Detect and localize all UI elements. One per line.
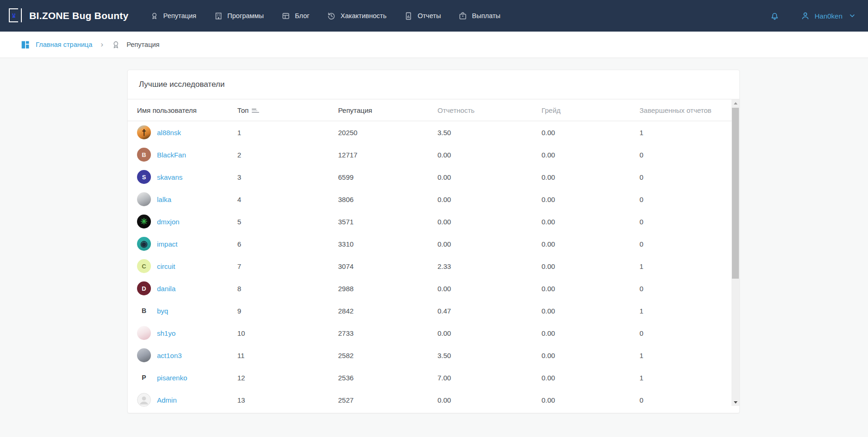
completed-cell: 0 xyxy=(640,240,731,248)
username-link: act1on3 xyxy=(157,352,182,359)
avatar: ◉ xyxy=(137,237,151,251)
reporting-cell: 3.50 xyxy=(437,352,542,359)
nav-item-report[interactable]: Отчеты xyxy=(404,12,441,20)
user-link[interactable]: P pisarenko xyxy=(137,371,237,385)
user-link[interactable]: D danila xyxy=(137,281,237,295)
reputation-cell: 3310 xyxy=(338,240,437,248)
table-row: ◉ impact 6 3310 0.00 0.00 0 xyxy=(128,233,731,255)
table-row: P pisarenko 12 2536 7.00 0.00 1 xyxy=(128,366,731,389)
grade-cell: 0.00 xyxy=(542,396,640,404)
nav-item-label: Выплаты xyxy=(472,12,500,20)
nav-item-history[interactable]: Хакактивность xyxy=(327,12,386,20)
reporting-cell: 0.00 xyxy=(437,396,542,404)
top-cell: 8 xyxy=(237,285,338,293)
bell-icon[interactable] xyxy=(770,11,780,21)
reporting-cell: 7.00 xyxy=(437,374,542,382)
completed-cell: 1 xyxy=(640,262,731,270)
avatar: D xyxy=(137,281,151,295)
completed-cell: 0 xyxy=(640,285,731,293)
logo[interactable]: BI.ZONE Bug Bounty xyxy=(9,7,129,24)
completed-cell: 0 xyxy=(640,396,731,404)
user-link[interactable]: sh1yo xyxy=(137,326,237,340)
avatar-glyph: ✳ xyxy=(140,217,147,226)
reputation-cell: 3074 xyxy=(338,262,437,270)
column-header-label: Топ xyxy=(237,106,248,114)
grade-cell: 0.00 xyxy=(542,151,640,159)
vertical-scrollbar[interactable] xyxy=(731,99,739,406)
reporting-cell: 0.00 xyxy=(437,151,542,159)
top-researchers-card: Лучшие исследователи Имя пользователяТоп… xyxy=(127,70,740,413)
completed-cell: 0 xyxy=(640,218,731,226)
completed-cell: 0 xyxy=(640,173,731,181)
user-link[interactable]: S skavans xyxy=(137,170,237,184)
username-link: pisarenko xyxy=(157,374,187,382)
top-cell: 1 xyxy=(237,129,338,137)
user-link[interactable]: lalka xyxy=(137,192,237,206)
breadcrumb-current-label: Репутация xyxy=(126,41,159,48)
grade-cell: 0.00 xyxy=(542,218,640,226)
table-row: B BlackFan 2 12717 0.00 0.00 0 xyxy=(128,143,731,166)
user-link[interactable]: ✳ dmxjon xyxy=(137,215,237,228)
nav-item-label: Репутация xyxy=(163,12,196,20)
completed-cell: 0 xyxy=(640,151,731,159)
user-link[interactable]: B BlackFan xyxy=(137,148,237,162)
reputation-cell: 2536 xyxy=(338,374,437,382)
user-menu[interactable]: Han0ken xyxy=(800,11,856,21)
grade-cell: 0.00 xyxy=(542,173,640,181)
nav-item-wallet[interactable]: Выплаты xyxy=(458,12,500,20)
default-avatar-icon xyxy=(137,393,151,407)
reporting-cell: 0.00 xyxy=(437,218,542,226)
username-link: al88nsk xyxy=(157,129,181,137)
blog-icon xyxy=(281,12,290,20)
medal-icon xyxy=(111,40,121,50)
username-label: Han0ken xyxy=(815,12,842,20)
user-link[interactable]: B byq xyxy=(137,304,237,318)
username-link: BlackFan xyxy=(157,151,186,159)
table-row: lalka 4 3806 0.00 0.00 0 xyxy=(128,188,731,210)
user-link[interactable]: ◉ impact xyxy=(137,237,237,251)
user-link[interactable]: † al88nsk xyxy=(137,125,237,139)
building-icon xyxy=(214,12,223,20)
scroll-up-button[interactable] xyxy=(731,99,739,107)
column-header[interactable]: Топ xyxy=(237,106,338,114)
top-cell: 7 xyxy=(237,262,338,270)
table-row: D danila 8 2988 0.00 0.00 0 xyxy=(128,277,731,300)
dashboard-icon xyxy=(20,40,30,50)
breadcrumb-home-label: Главная страница xyxy=(36,41,92,48)
username-link: impact xyxy=(157,240,177,248)
scrollbar-thumb[interactable] xyxy=(732,108,739,279)
triangle-up-icon xyxy=(734,102,737,104)
username-link: byq xyxy=(157,307,168,315)
top-cell: 13 xyxy=(237,396,338,404)
breadcrumb-separator: › xyxy=(101,40,104,49)
avatar: † xyxy=(137,125,151,139)
user-link[interactable]: Admin xyxy=(137,393,237,407)
reputation-cell: 2842 xyxy=(338,307,437,315)
completed-cell: 0 xyxy=(640,196,731,203)
nav-item-blog[interactable]: Блог xyxy=(281,12,309,20)
user-link[interactable]: act1on3 xyxy=(137,348,237,362)
page-content: Лучшие исследователи Имя пользователяТоп… xyxy=(0,58,868,413)
top-cell: 9 xyxy=(237,307,338,315)
user-link[interactable]: C circuit xyxy=(137,259,237,273)
reporting-cell: 0.00 xyxy=(437,285,542,293)
avatar xyxy=(137,326,151,340)
nav-item-building[interactable]: Программы xyxy=(214,12,264,20)
sort-icon[interactable] xyxy=(252,109,259,113)
column-header-label: Репутация xyxy=(338,106,372,114)
grade-cell: 0.00 xyxy=(542,285,640,293)
table-row: C circuit 7 3074 2.33 0.00 1 xyxy=(128,255,731,277)
main-nav: Репутация Программы Блог Хакактивность О… xyxy=(150,12,501,20)
scroll-down-button[interactable] xyxy=(731,398,739,406)
report-icon xyxy=(404,12,413,20)
reputation-cell: 2527 xyxy=(338,396,437,404)
completed-cell: 1 xyxy=(640,374,731,382)
nav-item-medal[interactable]: Репутация xyxy=(150,12,196,20)
navbar-right: Han0ken xyxy=(770,11,856,21)
top-cell: 11 xyxy=(237,352,338,359)
breadcrumb-home-link[interactable]: Главная страница xyxy=(20,40,92,50)
reputation-cell: 6599 xyxy=(338,173,437,181)
reputation-cell: 2988 xyxy=(338,285,437,293)
table-row: act1on3 11 2582 3.50 0.00 1 xyxy=(128,344,731,366)
breadcrumb-current: Репутация xyxy=(111,40,159,50)
